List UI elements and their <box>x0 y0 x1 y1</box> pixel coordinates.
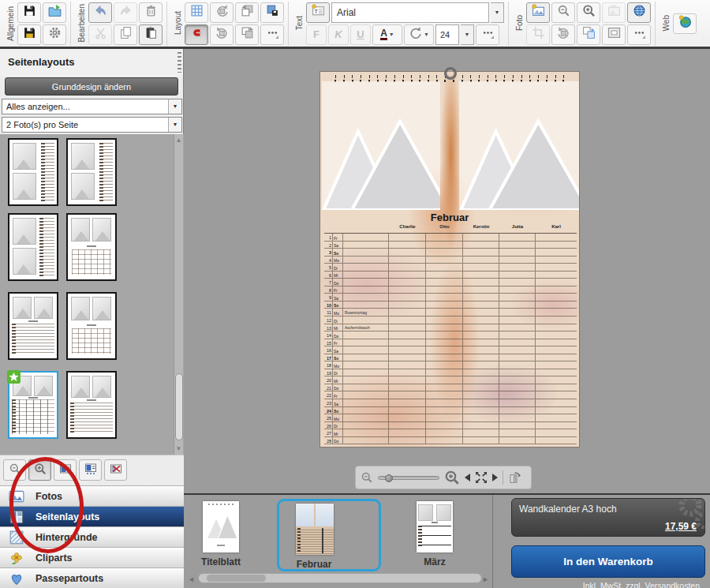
web-upload-button[interactable] <box>673 13 697 34</box>
bold-button[interactable]: F <box>306 24 327 45</box>
sidebar-item-passepartouts[interactable]: Passepartouts <box>0 567 184 588</box>
sidebar-item-seitenlayouts[interactable]: Seitenlayouts <box>0 506 184 526</box>
film-page-mrz[interactable] <box>417 501 453 552</box>
rotate-left-button[interactable] <box>210 2 234 23</box>
film-page-februar[interactable] <box>296 504 334 555</box>
calendar-month-title[interactable]: Februar <box>320 212 579 223</box>
photo-swap-button[interactable] <box>577 24 600 45</box>
name-cell <box>499 391 536 399</box>
save-layout-button[interactable] <box>260 2 284 23</box>
photo-smaller-button[interactable] <box>551 2 575 23</box>
scroll-up-icon[interactable]: ▲ <box>175 137 182 144</box>
rotate-page-button[interactable] <box>508 471 521 484</box>
crop-photo-button[interactable] <box>526 24 550 45</box>
calendar-page[interactable]: Februar CharlieOttoKerstinJuttaKarl 1Fr2… <box>320 71 580 448</box>
copy-button[interactable] <box>114 24 137 45</box>
zoom-slider-knob[interactable] <box>385 474 393 482</box>
zoom-out-button[interactable] <box>361 471 373 484</box>
film-page-label[interactable]: Februar <box>275 559 353 570</box>
layout-filter-select[interactable]: Alles anzeigen... ▼ <box>2 99 182 114</box>
magnet-icon <box>190 26 204 43</box>
font-color-button[interactable]: A▼ <box>372 24 402 45</box>
photo-rotate-button[interactable] <box>551 24 575 45</box>
next-page-button[interactable] <box>492 474 498 481</box>
thumbnail-scrollbar[interactable]: ▲ ▼ <box>174 134 183 455</box>
redo-button[interactable] <box>114 2 137 23</box>
photo-larger-button[interactable] <box>577 2 600 23</box>
layout-thumbnail[interactable] <box>8 292 58 360</box>
remove-layout-button[interactable] <box>104 459 127 481</box>
prev-page-button[interactable] <box>465 474 470 481</box>
sidebar-item-cliparts[interactable]: Cliparts <box>0 547 184 567</box>
layout-thumbnail[interactable] <box>8 138 58 206</box>
font-family-dropdown-arrow[interactable]: ▼ <box>491 2 504 23</box>
layout-thumbnail[interactable] <box>8 213 58 281</box>
italic-button[interactable]: K <box>328 24 349 45</box>
photo-placeholder-right[interactable] <box>459 81 579 210</box>
thumbs-larger-button[interactable] <box>28 459 51 481</box>
layout-thumbnail[interactable] <box>66 292 117 360</box>
underline-button[interactable]: U <box>350 24 371 45</box>
settings-button[interactable] <box>43 24 66 45</box>
add-text-button[interactable]: T <box>306 2 330 23</box>
photo-count-select[interactable]: 2 Foto(s) pro Seite ▼ <box>2 117 182 133</box>
font-family-select[interactable]: Arial <box>331 2 489 23</box>
sidebar-item-hintergrnde[interactable]: Hintergründe <box>0 526 184 547</box>
text-more-button[interactable] <box>476 24 499 45</box>
add-photo-button[interactable] <box>526 2 550 23</box>
layout-thumbnail[interactable] <box>66 213 117 281</box>
dropdown-arrow-icon: ▼ <box>168 118 181 132</box>
photo-web-button[interactable] <box>627 2 651 23</box>
view-list-button[interactable] <box>54 459 77 481</box>
price-link[interactable]: 17,59 € <box>665 521 697 532</box>
film-page-titelblatt[interactable] <box>203 501 239 552</box>
scroll-down-icon[interactable]: ▼ <box>175 445 182 452</box>
send-backward-button[interactable] <box>235 24 259 45</box>
view-detail-button[interactable] <box>79 459 102 481</box>
save-button[interactable] <box>17 2 41 23</box>
save-as-button[interactable] <box>17 24 41 45</box>
name-cell <box>389 414 426 421</box>
photo-frame-button[interactable] <box>602 24 626 45</box>
grid-toggle-button[interactable] <box>185 2 208 23</box>
layout-thumbnail-selected[interactable] <box>8 371 58 439</box>
change-design-button[interactable]: Grunddesign ändern <box>5 77 178 96</box>
toolbar-separator <box>503 470 503 485</box>
snap-magnet-button[interactable] <box>185 24 208 45</box>
sidebar-item-fotos[interactable]: Fotos <box>0 485 184 506</box>
thumbs-smaller-button[interactable] <box>3 459 26 481</box>
photo-effects-button[interactable]: GPT <box>602 2 626 23</box>
zoom-in-button[interactable] <box>444 470 460 485</box>
paste-button[interactable] <box>139 24 163 45</box>
film-page-label[interactable]: Titelblatt <box>181 556 260 567</box>
font-size-dropdown-arrow[interactable]: ▼ <box>461 24 474 45</box>
fit-page-button[interactable] <box>475 471 488 484</box>
font-size-select[interactable]: 24 <box>435 24 459 45</box>
filmstrip-scrollbar-thumb[interactable] <box>207 575 266 582</box>
panel-drag-handle[interactable] <box>178 52 181 73</box>
layout-thumbnail[interactable] <box>66 371 117 439</box>
undo-button[interactable] <box>88 2 112 23</box>
rotate-right-button[interactable] <box>210 24 234 45</box>
calendar-table[interactable]: 1Fr2Sa3So4Mo5Di6Mi7Do8Fr9Sa10So11MoRosen… <box>324 233 577 444</box>
photo-placeholder-left[interactable] <box>322 81 440 210</box>
zoom-slider[interactable] <box>378 476 439 480</box>
layout-more-button[interactable] <box>260 24 284 45</box>
filmstrip-scroll-left-icon[interactable]: ◄ <box>188 575 195 583</box>
scrollbar-thumb[interactable] <box>175 373 183 440</box>
delete-button[interactable] <box>139 2 163 23</box>
film-page-label[interactable]: März <box>395 556 474 567</box>
redo-icon <box>119 4 133 21</box>
cut-button[interactable] <box>88 24 112 45</box>
foto-more-button[interactable] <box>627 24 651 45</box>
name-cell <box>536 422 577 429</box>
layout-thumbnail[interactable] <box>66 138 117 206</box>
calendar-day-row: 12Di <box>324 316 577 324</box>
add-to-cart-button[interactable]: In den Warenkorb <box>511 545 705 578</box>
open-button[interactable] <box>43 2 66 23</box>
fill-color-button[interactable]: ▼ <box>404 24 434 45</box>
bring-forward-button[interactable] <box>235 2 259 23</box>
filmstrip-scroll-right-icon[interactable]: ► <box>482 575 489 583</box>
name-cell <box>389 376 426 384</box>
filmstrip-scrollbar[interactable] <box>198 573 482 583</box>
